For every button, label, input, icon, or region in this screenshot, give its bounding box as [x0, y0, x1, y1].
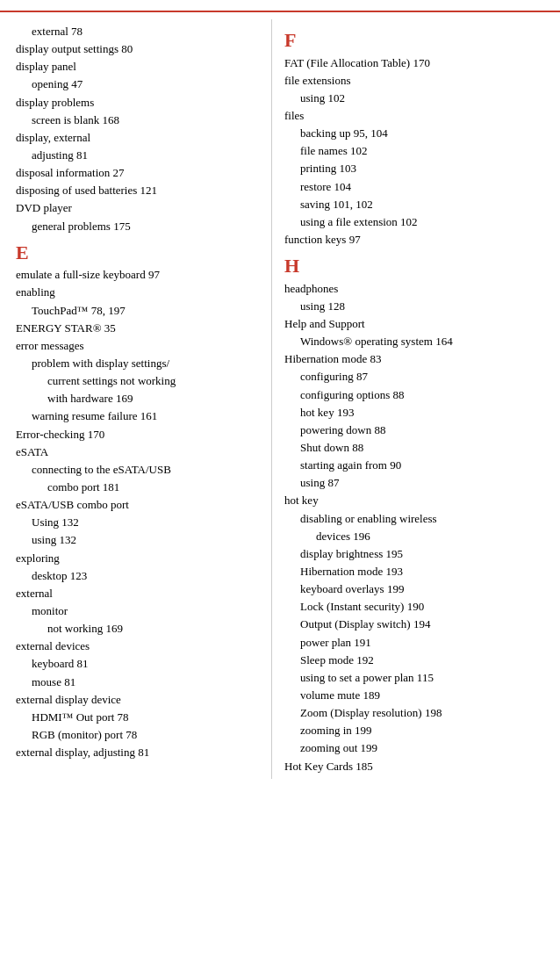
index-entry: Sleep mode 192 — [284, 652, 549, 669]
index-entry: adjusting 81 — [16, 147, 262, 164]
index-entry: powering down 88 — [284, 422, 549, 439]
index-entry: using 102 — [284, 90, 549, 107]
index-entry: eSATA — [16, 443, 262, 461]
index-entry: current settings not working — [16, 372, 262, 390]
index-entry: problem with display settings/ — [16, 355, 262, 372]
index-entry: display, external — [16, 129, 262, 147]
index-entry: general problems 175 — [16, 218, 262, 235]
index-entry: Windows® operating system 164 — [284, 333, 549, 350]
index-entry: function keys 97 — [284, 231, 549, 249]
index-entry: F — [284, 28, 549, 54]
index-entry: with hardware 169 — [16, 390, 262, 407]
index-entry: using 132 — [16, 531, 262, 549]
index-entry: using a file extension 102 — [284, 213, 549, 231]
page-header — [0, 0, 560, 12]
index-entry: configuring options 88 — [284, 386, 549, 404]
index-entry: display problems — [16, 94, 262, 112]
index-entry: desktop 123 — [16, 567, 262, 585]
index-entry: volume mute 189 — [284, 687, 549, 704]
right-column: FFAT (File Allocation Table) 170file ext… — [272, 19, 560, 779]
index-entry: display output settings 80 — [16, 40, 262, 58]
index-entry: Help and Support — [284, 315, 549, 333]
index-entry: DVD player — [16, 199, 262, 217]
index-entry: eSATA/USB combo port — [16, 496, 262, 514]
index-entry: RGB (monitor) port 78 — [16, 726, 262, 744]
index-entry: combo port 181 — [16, 479, 262, 496]
index-entry: exploring — [16, 550, 262, 567]
index-entry: hot key 193 — [284, 404, 549, 422]
index-entry: configuring 87 — [284, 368, 549, 386]
index-entry: backing up 95, 104 — [284, 125, 549, 142]
index-entry: keyboard 81 — [16, 655, 262, 673]
index-entry: connecting to the eSATA/USB — [16, 461, 262, 479]
index-entry: error messages — [16, 337, 262, 355]
index-entry: headphones — [284, 280, 549, 298]
index-entry: disposing of used batteries 121 — [16, 182, 262, 199]
index-entry: Error-checking 170 — [16, 426, 262, 443]
index-entry: Zoom (Display resolution) 198 — [284, 704, 549, 722]
index-entry: opening 47 — [16, 76, 262, 93]
index-entry: using 128 — [284, 298, 549, 315]
index-entry: file names 102 — [284, 142, 549, 160]
index-entry: printing 103 — [284, 160, 549, 177]
index-entry: display panel — [16, 58, 262, 76]
index-entry: hot key — [284, 492, 549, 509]
index-entry: external display, adjusting 81 — [16, 744, 262, 761]
index-entry: screen is blank 168 — [16, 112, 262, 129]
index-entry: external — [16, 585, 262, 602]
index-entry: Hibernation mode 83 — [284, 350, 549, 368]
index-entry: file extensions — [284, 72, 549, 90]
index-entry: Output (Display switch) 194 — [284, 616, 549, 633]
index-entry: files — [284, 107, 549, 125]
index-entry: keyboard overlays 199 — [284, 580, 549, 598]
index-entry: Shut down 88 — [284, 439, 549, 457]
index-entry: zooming in 199 — [284, 722, 549, 739]
index-entry: E — [16, 241, 262, 266]
index-entry: using to set a power plan 115 — [284, 669, 549, 687]
index-entry: not working 169 — [16, 620, 262, 638]
index-entry: display brightness 195 — [284, 545, 549, 563]
index-entry: mouse 81 — [16, 674, 262, 691]
index-entry: Hibernation mode 193 — [284, 563, 549, 580]
index-entry: restore 104 — [284, 178, 549, 196]
index-entry: enabling — [16, 284, 262, 301]
left-column: external 78display output settings 80dis… — [0, 19, 272, 779]
index-entry: monitor — [16, 602, 262, 620]
index-entry: using 87 — [284, 474, 549, 492]
index-entry: ENERGY STAR® 35 — [16, 320, 262, 337]
index-entry: zooming out 199 — [284, 739, 549, 757]
index-entry: saving 101, 102 — [284, 196, 549, 213]
index-entry: Using 132 — [16, 514, 262, 531]
index-entry: FAT (File Allocation Table) 170 — [284, 54, 549, 72]
index-entry: external display device — [16, 691, 262, 709]
index-entry: TouchPad™ 78, 197 — [16, 302, 262, 320]
index-entry: external devices — [16, 638, 262, 655]
index-entry: warning resume failure 161 — [16, 407, 262, 425]
index-entry: disposal information 27 — [16, 164, 262, 182]
index-entry: HDMI™ Out port 78 — [16, 709, 262, 726]
index-entry: starting again from 90 — [284, 457, 549, 474]
index-entry: power plan 191 — [284, 634, 549, 652]
index-entry: H — [284, 254, 549, 279]
index-entry: devices 196 — [284, 528, 549, 545]
index-entry: Hot Key Cards 185 — [284, 758, 549, 775]
index-entry: Lock (Instant security) 190 — [284, 598, 549, 616]
index-entry: emulate a full-size keyboard 97 — [16, 266, 262, 284]
index-entry: disabling or enabling wireless — [284, 510, 549, 528]
index-entry: external 78 — [16, 23, 262, 40]
